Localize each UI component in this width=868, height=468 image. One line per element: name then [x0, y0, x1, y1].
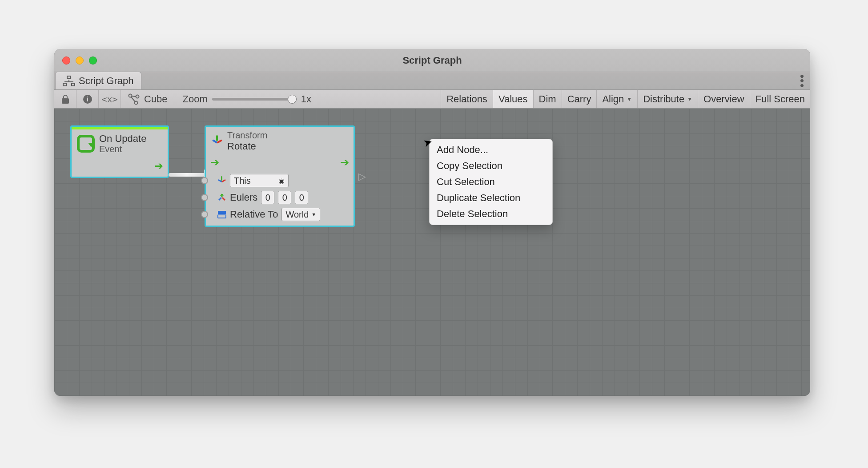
ctx-add-node[interactable]: Add Node... [430, 142, 552, 158]
variables-button[interactable]: <x> [99, 90, 121, 108]
svg-rect-7 [218, 215, 226, 218]
ctx-cut-selection[interactable]: Cut Selection [430, 174, 552, 190]
breadcrumb[interactable]: Cube [121, 93, 175, 105]
ctx-delete-selection[interactable]: Delete Selection [430, 206, 552, 222]
relative-to-value: World [285, 210, 309, 220]
eulers-label: Eulers [230, 192, 257, 203]
svg-point-4 [136, 95, 139, 98]
input-port-target[interactable] [201, 177, 208, 184]
node-share-icon [128, 93, 140, 105]
transform-axes-icon [211, 135, 223, 147]
lock-icon [61, 94, 69, 104]
close-button[interactable] [62, 56, 70, 65]
graph-canvas[interactable]: On Update Event ➔ Transform Rotate [54, 109, 810, 396]
full-screen-button[interactable]: Full Screen [750, 90, 810, 108]
titlebar: Script Graph [54, 49, 810, 72]
eulers-x-field[interactable]: 0 [261, 191, 274, 204]
svg-rect-2 [87, 97, 88, 97]
chevron-down-icon: ▼ [627, 96, 632, 102]
input-port-eulers[interactable] [201, 194, 208, 201]
target-field[interactable]: This ◉ [230, 174, 289, 187]
flow-edge[interactable] [169, 173, 205, 177]
tab-script-graph[interactable]: Script Graph [55, 72, 141, 89]
info-button[interactable] [76, 90, 99, 108]
node-category: Transform [227, 130, 267, 141]
relative-to-dropdown[interactable]: World ▼ [281, 208, 320, 221]
target-value: This [234, 176, 251, 186]
zoom-slider-knob[interactable] [288, 95, 297, 104]
carry-button[interactable]: Carry [562, 90, 597, 108]
align-dropdown[interactable]: Align▼ [596, 90, 637, 108]
breadcrumb-object: Cube [144, 93, 168, 105]
node-transform-rotate[interactable]: Transform Rotate ➔ ➔ This ◉ [205, 125, 355, 227]
eulers-y-field[interactable]: 0 [278, 191, 291, 204]
flow-out-port[interactable]: ➔ [340, 156, 349, 169]
vector3-icon [217, 193, 226, 202]
update-loop-icon [77, 135, 95, 153]
svg-rect-1 [87, 98, 88, 101]
input-port-relative-to[interactable] [201, 211, 208, 218]
zoom-value: 1x [301, 93, 311, 105]
overview-button[interactable]: Overview [698, 90, 750, 108]
minimize-button[interactable] [76, 56, 84, 65]
values-button[interactable]: Values [493, 90, 533, 108]
chevron-down-icon: ▼ [687, 96, 692, 102]
info-icon [82, 94, 93, 105]
node-title: On Update [99, 133, 146, 144]
maximize-button[interactable] [89, 56, 97, 65]
tab-bar: Script Graph ••• [54, 72, 810, 90]
script-graph-window: Script Graph Script Graph ••• <x> [54, 49, 810, 396]
chevron-down-icon: ▼ [311, 212, 316, 217]
flow-in-port[interactable]: ➔ [210, 156, 219, 169]
ctx-copy-selection[interactable]: Copy Selection [430, 158, 552, 174]
hierarchy-icon [63, 76, 75, 86]
node-title: Rotate [227, 141, 267, 152]
flow-out-empty-port[interactable]: ▷ [358, 171, 366, 182]
eulers-z-field[interactable]: 0 [295, 191, 308, 204]
relative-to-label: Relative To [230, 209, 278, 220]
window-controls [54, 56, 97, 65]
window-title: Script Graph [54, 55, 810, 66]
flow-out-port[interactable]: ➔ [154, 160, 163, 172]
enum-icon [217, 210, 226, 218]
distribute-dropdown[interactable]: Distribute▼ [637, 90, 698, 108]
angle-brackets-x-icon: <x> [101, 94, 117, 105]
context-menu: Add Node... Copy Selection Cut Selection… [429, 139, 553, 225]
zoom-slider[interactable] [212, 98, 297, 101]
svg-rect-6 [218, 211, 226, 214]
transform-axes-icon [217, 176, 226, 185]
tab-menu-button[interactable]: ••• [800, 74, 804, 88]
tab-label: Script Graph [79, 75, 134, 87]
zoom-label: Zoom [183, 93, 208, 105]
lock-button[interactable] [54, 90, 76, 108]
target-picker-icon: ◉ [278, 177, 285, 185]
relations-button[interactable]: Relations [441, 90, 493, 108]
node-on-update[interactable]: On Update Event ➔ [70, 125, 169, 178]
toolbar: <x> Cube Zoom 1x Relations [54, 90, 810, 109]
dim-button[interactable]: Dim [533, 90, 562, 108]
node-subtitle: Event [99, 144, 146, 154]
svg-point-3 [129, 94, 132, 97]
ctx-duplicate-selection[interactable]: Duplicate Selection [430, 190, 552, 206]
